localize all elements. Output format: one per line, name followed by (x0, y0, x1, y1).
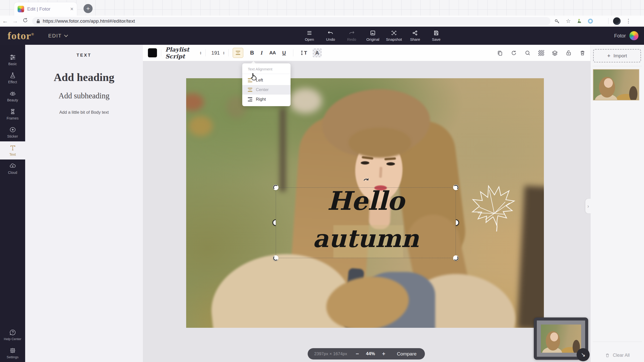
snapshot-button[interactable]: Snapshot (383, 27, 405, 45)
bokeh-red-leaves (186, 93, 204, 111)
canvas-dimensions: 2397px × 1674px (314, 351, 347, 356)
browser-menu-icon[interactable]: ⋮ (625, 18, 632, 24)
letter-case-button[interactable]: AA (269, 50, 276, 56)
sidebar-item-cloud[interactable]: Cloud (0, 159, 25, 178)
rotate-handle[interactable] (362, 176, 370, 183)
account-avatar[interactable] (629, 31, 638, 40)
undo-icon (328, 30, 334, 36)
extension-colors-icon[interactable] (598, 18, 604, 24)
save-button[interactable]: Save (426, 27, 447, 45)
underline-button[interactable]: U (282, 50, 286, 56)
selection-box[interactable] (276, 187, 456, 258)
new-tab-button[interactable]: + (84, 4, 93, 13)
back-icon[interactable]: ← (0, 18, 10, 24)
tree-trunk (280, 108, 286, 191)
eye-icon (9, 90, 16, 97)
password-key-icon[interactable] (554, 18, 560, 24)
address-bar[interactable]: https://www.fotor.com/app.html#/editor/t… (32, 17, 550, 25)
opacity-checker-icon[interactable] (538, 50, 544, 56)
align-center-option[interactable]: Center (242, 85, 291, 95)
font-size-stepper[interactable]: ▴▾ (223, 51, 224, 55)
resize-handle-top-left[interactable] (273, 185, 278, 190)
sidebar-item-help-center[interactable]: Help Center (0, 326, 25, 344)
text-color-swatch[interactable] (148, 48, 157, 57)
resize-handle-bottom-right[interactable] (453, 255, 459, 261)
align-right-option[interactable]: Right (242, 95, 291, 104)
url-text: https://www.fotor.com/app.html#/editor/t… (43, 18, 135, 24)
layers-icon[interactable] (552, 50, 558, 56)
compare-button[interactable]: Compare (397, 351, 417, 357)
bookmark-star-icon[interactable]: ☆ (565, 18, 572, 24)
canvas-stage[interactable]: Hello autumn 2397px × 1674px − 44% + Com… (143, 61, 591, 362)
edit-mode-menu[interactable]: EDIT (48, 33, 68, 39)
magnifier-icon[interactable] (525, 50, 531, 56)
sidebar-item-settings[interactable]: Settings (0, 344, 25, 362)
text-toolbar: Playlist Script ▴▾ 191 ▴▾ B I AA U T A (143, 45, 591, 61)
sidebar-item-sticker[interactable]: Sticker (0, 123, 25, 141)
sidebar-item-text[interactable]: Text (0, 141, 25, 159)
zoom-out-button[interactable]: − (356, 351, 359, 357)
save-icon (433, 30, 439, 36)
font-size-value[interactable]: 191 (211, 50, 221, 56)
frame-icon (9, 108, 16, 115)
add-heading-option[interactable]: Add heading (25, 71, 143, 84)
extension-mountain-icon[interactable] (576, 18, 583, 24)
divider (608, 18, 609, 24)
expand-arrow-icon: ↘ (581, 351, 585, 358)
bokeh-orange (189, 116, 213, 136)
import-button[interactable]: + Import (593, 49, 641, 62)
clear-all-button[interactable]: Clear All (591, 353, 644, 358)
sidebar-item-effect[interactable]: Effect (0, 69, 25, 87)
font-family-select[interactable]: Playlist Script (165, 46, 197, 60)
add-subheading-option[interactable]: Add subheading (25, 91, 143, 100)
panel-collapse-tab[interactable]: › (585, 199, 591, 213)
sidebar-item-basic[interactable]: Basic (0, 51, 25, 69)
text-panel: TEXT Add heading Add subheading Add a li… (25, 45, 143, 362)
bold-button[interactable]: B (250, 50, 254, 56)
undo-button[interactable]: Undo (320, 27, 341, 45)
align-right-icon (248, 97, 252, 101)
share-button[interactable]: Share (405, 27, 426, 45)
italic-button[interactable]: I (261, 50, 263, 56)
duplicate-icon[interactable] (497, 50, 503, 56)
navigator-thumbnail[interactable] (541, 325, 581, 353)
original-button[interactable]: Original (362, 27, 383, 45)
rotate-icon[interactable] (511, 50, 517, 56)
maple-leaf-outline (468, 181, 519, 231)
zoom-bar: 2397px × 1674px − 44% + Compare (308, 348, 425, 359)
reload-icon[interactable] (20, 18, 30, 24)
app-header: fotor® EDIT Open Undo Redo Original Snap… (0, 27, 644, 45)
divider (593, 66, 642, 66)
text-opacity-button[interactable]: A (313, 48, 322, 57)
add-body-text-option[interactable]: Add a little bit of Body text (25, 110, 143, 115)
eye-left (361, 161, 369, 165)
open-button[interactable]: Open (299, 27, 320, 45)
image-thumbnail[interactable] (593, 69, 639, 100)
chevron-right-icon: › (587, 203, 589, 209)
browser-tab-strip: Edit | Fotor × + (0, 0, 644, 16)
tab-close-icon[interactable]: × (70, 6, 73, 12)
text-spacing-button[interactable]: T (300, 50, 307, 56)
redo-icon (349, 30, 355, 36)
fotor-logo[interactable]: fotor® (8, 30, 34, 42)
redo-button[interactable]: Redo (341, 27, 362, 45)
account-area[interactable]: Fotor (614, 27, 638, 45)
trash-icon[interactable] (579, 50, 586, 56)
align-center-icon (236, 51, 240, 55)
navigator-panel[interactable]: ↘ (534, 317, 588, 360)
browser-profile-avatar[interactable] (613, 17, 621, 25)
lock-icon[interactable] (566, 50, 572, 56)
forward-icon[interactable]: → (10, 18, 20, 24)
resize-handle-top-right[interactable] (453, 185, 459, 190)
browser-tab[interactable]: Edit | Fotor × (14, 2, 77, 16)
font-family-stepper[interactable]: ▴▾ (200, 51, 201, 55)
navigator-expand-button[interactable]: ↘ (577, 348, 590, 361)
sidebar-item-beauty[interactable]: Beauty (0, 87, 25, 105)
zoom-level: 44% (366, 351, 375, 356)
text-alignment-button[interactable] (233, 48, 243, 58)
zoom-in-button[interactable]: + (382, 351, 385, 357)
leaf-sticker[interactable] (463, 178, 523, 237)
extension-ring-icon[interactable] (587, 18, 594, 24)
resize-handle-bottom-left[interactable] (273, 255, 278, 261)
sidebar-item-frames[interactable]: Frames (0, 105, 25, 123)
